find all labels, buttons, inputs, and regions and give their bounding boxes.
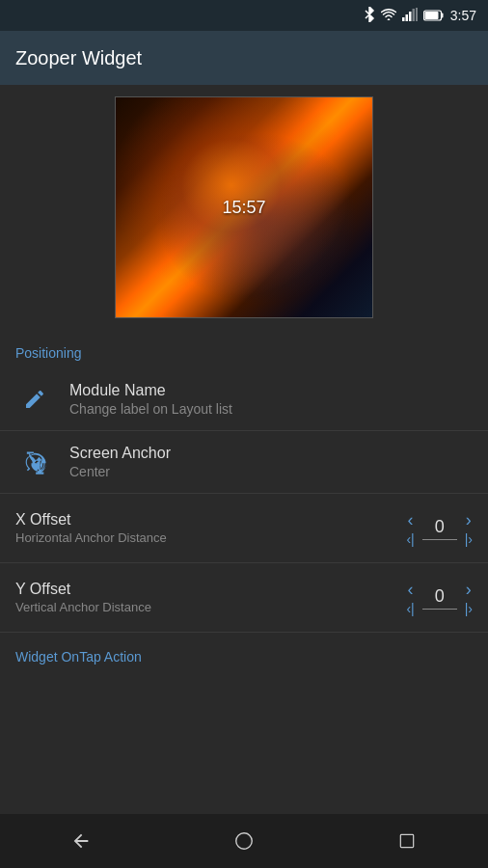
svg-rect-6: [424, 12, 438, 19]
app-bar: Zooper Widget: [0, 31, 488, 85]
x-offset-value: 0: [435, 517, 445, 537]
y-offset-chevron-right[interactable]: ›: [466, 581, 472, 598]
x-offset-double-right[interactable]: |›: [465, 532, 473, 546]
y-offset-row: Y Offset Vertical Anchor Distance ‹ ‹| 0…: [0, 563, 488, 633]
x-offset-underline: [422, 539, 457, 540]
y-offset-double-right[interactable]: |›: [465, 602, 473, 615]
battery-icon: [423, 10, 445, 21]
module-name-text: Module Name Change label on Layout list: [69, 382, 232, 417]
y-offset-controls: ‹ ‹| 0 › |›: [406, 581, 473, 615]
signal-icon: [402, 8, 418, 24]
status-bar: 3:57: [0, 0, 488, 31]
nav-bar: [0, 814, 488, 868]
module-name-subtitle: Change label on Layout list: [69, 401, 232, 417]
preview-container: 15:57: [0, 85, 488, 330]
x-offset-row: X Offset Horizontal Anchor Distance ‹ ‹|…: [0, 494, 488, 563]
back-button[interactable]: [52, 822, 110, 860]
y-offset-double-left[interactable]: ‹|: [406, 602, 414, 615]
y-offset-right-arrows: › |›: [465, 581, 473, 615]
x-offset-chevron-left[interactable]: ‹: [408, 511, 414, 529]
x-offset-title: X Offset: [15, 511, 406, 529]
widget-tap-action[interactable]: Widget OnTap Action: [0, 633, 488, 681]
svg-rect-3: [412, 9, 415, 21]
bluetooth-icon: [364, 7, 375, 25]
x-offset-double-left[interactable]: ‹|: [406, 532, 414, 546]
screen-anchor-item[interactable]: Screen Anchor Center: [0, 431, 488, 494]
screen-anchor-title: Screen Anchor: [69, 445, 171, 462]
module-name-item[interactable]: Module Name Change label on Layout list: [0, 368, 488, 431]
x-offset-right-arrows: › |›: [465, 511, 473, 546]
anchor-icon: [15, 443, 54, 481]
positioning-section-label: Positioning: [0, 330, 488, 368]
screen-anchor-text: Screen Anchor Center: [69, 445, 171, 479]
x-offset-subtitle: Horizontal Anchor Distance: [15, 530, 406, 545]
y-offset-subtitle: Vertical Anchor Distance: [15, 600, 406, 614]
svg-point-7: [236, 833, 253, 850]
x-offset-chevron-right[interactable]: ›: [466, 511, 472, 529]
y-offset-underline: [422, 609, 457, 610]
x-offset-label: X Offset Horizontal Anchor Distance: [15, 511, 406, 545]
y-offset-left-arrows: ‹ ‹|: [406, 581, 414, 615]
preview-image: 15:57: [115, 96, 373, 318]
module-name-title: Module Name: [69, 382, 232, 399]
svg-rect-8: [400, 834, 413, 847]
app-title: Zooper Widget: [15, 47, 142, 69]
home-button[interactable]: [215, 822, 273, 860]
screen-anchor-subtitle: Center: [69, 464, 171, 479]
status-icons: 3:57: [364, 7, 476, 25]
y-offset-value-col: 0: [420, 586, 459, 610]
status-time: 3:57: [450, 8, 476, 23]
x-offset-left-arrows: ‹ ‹|: [406, 511, 414, 546]
tap-action-label: Widget OnTap Action: [15, 649, 142, 665]
svg-rect-2: [409, 12, 412, 21]
y-offset-label: Y Offset Vertical Anchor Distance: [15, 581, 406, 614]
svg-rect-1: [405, 14, 408, 21]
preview-time: 15:57: [222, 198, 265, 218]
svg-rect-0: [402, 17, 405, 21]
x-offset-value-col: 0: [420, 517, 459, 540]
y-offset-title: Y Offset: [15, 581, 406, 598]
x-offset-controls: ‹ ‹| 0 › |›: [406, 511, 473, 546]
recents-button[interactable]: [378, 822, 436, 860]
y-offset-chevron-left[interactable]: ‹: [408, 581, 414, 598]
pencil-icon: [15, 380, 54, 419]
svg-rect-4: [416, 8, 418, 21]
wifi-icon: [381, 9, 396, 23]
y-offset-value: 0: [435, 586, 445, 607]
